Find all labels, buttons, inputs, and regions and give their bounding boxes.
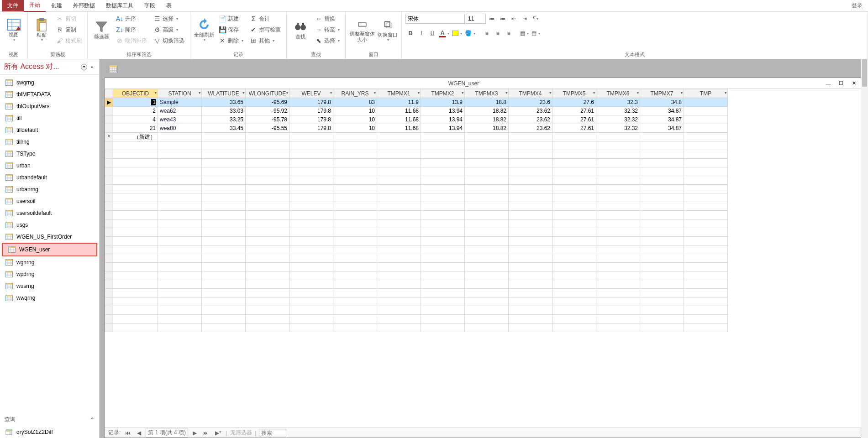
nav-item-WGEN_user[interactable]: WGEN_user [2,243,97,256]
alt-row-color-button[interactable]: ▤▾ [531,28,541,38]
column-header-WELEV[interactable]: WELEV▾ [289,89,333,98]
cell-TMPMX5[interactable]: 27.61 [552,107,596,115]
switch-window-button[interactable]: ⧉ 切换窗口 ▾ [378,14,398,46]
nav-item-usersoildefault[interactable]: usersoildefault [0,207,99,219]
nav-item-wpdrng[interactable]: wpdrng [0,268,99,280]
nav-title[interactable]: 所有 Access 对... [4,62,79,72]
cell-empty[interactable] [552,133,596,141]
column-header-TMPMX6[interactable]: TMPMX6▾ [596,89,640,98]
cell-TMPMX2[interactable]: 13.94 [421,107,465,115]
column-header-OBJECTID[interactable]: OBJECTID▾ [113,89,158,98]
cell-TMPMX7[interactable]: 34.87 [640,107,684,115]
cell-TMPMX5[interactable]: 27.61 [552,124,596,133]
filter-dropdown-icon[interactable]: ▾ [462,91,463,95]
cell-OBJECTID[interactable]: （新建） [113,133,158,141]
view-button[interactable]: 视图 ▾ [4,14,24,46]
format-painter-button[interactable]: 🖌格式刷 [54,36,84,46]
nav-item-tblMETADATA[interactable]: tblMETADATA [0,89,99,100]
toggle-filter-button[interactable]: ▽切换筛选 [152,36,186,46]
cell-WLONGITUDE[interactable]: -95.78 [246,115,289,124]
cell-STATION[interactable]: wea43 [158,115,202,124]
cell-TMPMX1[interactable]: 11.9 [377,98,421,107]
filter-dropdown-icon[interactable]: ▾ [242,91,244,95]
select-button[interactable]: ⬉选择▾ [313,36,342,46]
nav-item-wwqrng[interactable]: wwqrng [0,292,99,304]
table-row[interactable]: 4wea4333.25-95.78179.81011.6813.9418.822… [105,115,728,124]
cut-button[interactable]: ✂剪切 [54,14,84,24]
cell-TMPMX3[interactable]: 18.82 [465,124,509,133]
cell-empty[interactable] [377,133,421,141]
cell-TMPMX6[interactable]: 32.32 [596,115,640,124]
nav-item-usersoil[interactable]: usersoil [0,195,99,207]
row-selector[interactable] [105,107,113,115]
cell-TMPMX1[interactable]: 11.68 [377,124,421,133]
cell-OBJECTID[interactable]: 4 [113,115,158,124]
table-row[interactable]: ▶1Sample33.65-95.69179.88311.913.918.823… [105,98,728,107]
cell-empty[interactable] [333,133,377,141]
cell-RAIN_YRS[interactable]: 10 [333,115,377,124]
advanced-button[interactable]: ⚙高级▾ [152,25,186,35]
cell-TMPMX7[interactable]: 34.87 [640,124,684,133]
nav-item-tilldefault[interactable]: tilldefault [0,124,99,136]
cell-TMPMX6[interactable]: 32.3 [596,98,640,107]
cell-WLATITUDE[interactable]: 33.03 [202,107,246,115]
nav-item-tillrng[interactable]: tillrng [0,136,99,148]
cell-STATION[interactable]: Sample [158,98,202,107]
save-button[interactable]: 💾保存 [217,25,245,35]
nav-item-wusrng[interactable]: wusrng [0,280,99,292]
menu-tab-dbtools[interactable]: 数据库工具 [100,0,139,11]
cell-empty[interactable] [596,133,640,141]
column-header-WLATITUDE[interactable]: WLATITUDE▾ [202,89,246,98]
cell-TMPMX4[interactable]: 23.62 [509,107,552,115]
maximize-button[interactable]: ☐ [836,79,847,88]
nav-group-query[interactable]: 查询 ⌃ [0,413,99,426]
table-row[interactable]: 21wea8033.45-95.55179.81011.6813.9418.82… [105,124,728,133]
cell-TMPMX4[interactable]: 23.6 [509,98,552,107]
row-selector[interactable]: ▶ [105,98,113,107]
cell-TMPMX3[interactable]: 18.82 [465,107,509,115]
cell-RAIN_YRS[interactable]: 10 [333,124,377,133]
totals-button[interactable]: Σ合计 [248,14,283,24]
font-name-combo[interactable] [405,14,465,24]
cell-TMPMX6[interactable]: 32.32 [596,107,640,115]
nav-collapse-icon[interactable]: « [89,64,95,70]
nav-item-usgs[interactable]: usgs [0,219,99,231]
column-header-STATION[interactable]: STATION▾ [158,89,202,98]
nav-item-TSType[interactable]: TSType [0,148,99,160]
spelling-button[interactable]: ✔拼写检查 [248,25,283,35]
menu-tab-fields[interactable]: 字段 [139,0,161,11]
new-row[interactable]: *（新建） [105,133,728,141]
align-center-button[interactable]: ≡ [493,28,503,38]
paste-button[interactable]: 粘贴 ▾ [32,14,52,46]
cell-STATION[interactable]: wea80 [158,124,202,133]
nav-item-tblOutputVars[interactable]: tblOutputVars [0,100,99,112]
more-button[interactable]: ⊞其他▾ [248,36,283,46]
cell-WELEV[interactable]: 179.8 [289,98,333,107]
column-header-TMP[interactable]: TMP▾ [684,89,728,98]
nav-item-urban[interactable]: urban [0,160,99,172]
align-right-button[interactable]: ≡ [504,28,514,38]
column-header-RAIN_YRS[interactable]: RAIN_YRS▾ [333,89,377,98]
cell-empty[interactable] [465,133,509,141]
filter-dropdown-icon[interactable]: ▾ [681,91,683,95]
filter-dropdown-icon[interactable]: ▾ [637,91,639,95]
row-selector-new[interactable]: * [105,133,113,141]
font-color-button[interactable]: A▾ [438,28,450,38]
fit-form-button[interactable]: ▭ 调整至窗体大小 [349,14,375,46]
cell-TMPMX3[interactable]: 18.82 [465,115,509,124]
goto-button[interactable]: →转至▾ [313,25,342,35]
fill-color-button[interactable]: 🪣▾ [464,28,476,38]
prev-record-button[interactable]: ◀ [135,430,143,436]
cell-WELEV[interactable]: 179.8 [289,107,333,115]
indent-dec-button[interactable]: ⇤ [509,14,519,24]
cell-empty[interactable] [421,133,465,141]
filter-dropdown-icon[interactable]: ▾ [374,91,376,95]
numbering-button[interactable]: ≔ [498,14,508,24]
filter-dropdown-icon[interactable]: ▾ [593,91,595,95]
cell-WELEV[interactable]: 179.8 [289,124,333,133]
cell-extra[interactable] [684,98,728,107]
bullets-button[interactable]: ≔ [487,14,497,24]
column-header-TMPMX7[interactable]: TMPMX7▾ [640,89,684,98]
copy-button[interactable]: ⎘复制 [54,25,84,35]
menu-tab-table[interactable]: 表 [161,0,177,11]
